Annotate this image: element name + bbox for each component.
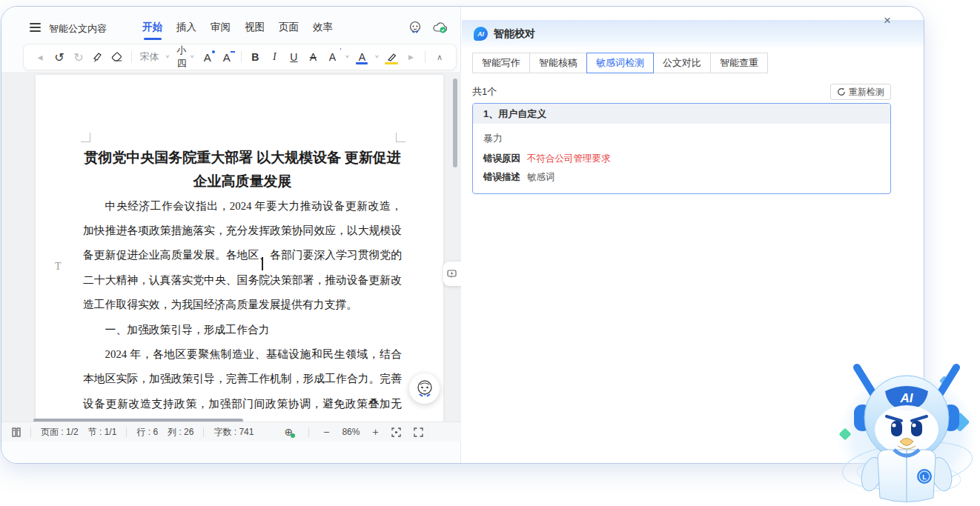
ai-proofread-panel: AI 智能校对 × 智能写作 智能核稿 敏感词检测 公文对比 智能查重 共1个 … <box>462 7 924 463</box>
menu-tab-efficiency[interactable]: 效率 <box>313 21 333 40</box>
tab-smart-dedup[interactable]: 智能查重 <box>710 53 768 73</box>
status-bar: 页面 : 1/2 节 : 1/1 行 : 6 列 : 26 字数 : 741 ⊕… <box>1 422 461 442</box>
status-page[interactable]: 页面 : 1/2 <box>41 426 79 439</box>
margin-text-marker: T <box>55 261 62 273</box>
doc-heading: 贯彻党中央国务院重大部署 以大规模设备 更新促进企业高质量发展 <box>83 146 402 194</box>
zoom-out-button[interactable]: − <box>323 426 329 438</box>
tab-smart-writing[interactable]: 智能写作 <box>472 53 530 73</box>
increase-font-size-button[interactable]: A <box>199 48 216 66</box>
status-line: 行 : 6 <box>136 426 158 439</box>
assistant-mascot-icon[interactable] <box>408 20 423 35</box>
strikethrough-button[interactable]: A <box>304 48 322 66</box>
error-reason-value: 不符合公司管理要求 <box>527 153 611 165</box>
editor-pane: 智能公文内容 开始 插入 审阅 视图 页面 效率 ◂ ↺ ↻ <box>1 7 461 463</box>
refresh-icon <box>837 87 846 96</box>
format-toolbar: ◂ ↺ ↻ 宋体˅ 小四˅ A A B I U A A ˅ <box>23 44 457 70</box>
font-size-select[interactable]: 小四˅ <box>174 48 197 66</box>
spellcheck-globe-icon[interactable]: ⊕ <box>284 426 293 438</box>
fit-page-icon[interactable] <box>391 427 401 437</box>
doc-paragraph: 2024 年，各地区要聚焦制造业、基础设施和民生领域，结合本地区实际，加强政策引… <box>83 342 402 424</box>
panel-title: 智能校对 <box>494 27 535 41</box>
menu-tab-page[interactable]: 页面 <box>279 21 299 40</box>
eraser-icon[interactable] <box>108 48 126 66</box>
assistant-avatar-button[interactable] <box>409 373 440 404</box>
error-desc-value: 敏感词 <box>527 171 555 184</box>
sensitive-term: 暴力 <box>483 132 880 145</box>
font-color-button[interactable]: A <box>353 48 371 66</box>
app-window: 智能公文内容 开始 插入 审阅 视图 页面 效率 ◂ ↺ ↻ <box>1 6 924 464</box>
ribbon-menu: 开始 插入 审阅 视图 页面 效率 <box>142 21 333 40</box>
result-count: 共1个 <box>472 85 497 99</box>
issue-card[interactable]: 1、用户自定义 暴力 错误原因 不符合公司管理要求 错误描述 敏感词 <box>472 103 891 194</box>
status-column: 列 : 26 <box>168 426 193 439</box>
menu-tab-home[interactable]: 开始 <box>142 21 162 40</box>
redo-icon[interactable]: ↻ <box>70 48 87 66</box>
close-icon[interactable]: × <box>884 13 891 28</box>
zoom-level[interactable]: 86% <box>342 427 360 437</box>
document-canvas[interactable]: 贯彻党中央国务院重大部署 以大规模设备 更新促进企业高质量发展 中央经济工作会议… <box>1 72 461 424</box>
comment-handle-button[interactable] <box>443 262 461 286</box>
panel-header: AI 智能校对 <box>462 20 924 47</box>
page-layout-icon[interactable] <box>12 427 21 437</box>
status-word-count[interactable]: 字数 : 741 <box>213 426 254 439</box>
issue-card-header[interactable]: 1、用户自定义 <box>473 104 890 124</box>
vertical-scrollbar[interactable] <box>453 79 457 167</box>
tab-document-compare[interactable]: 公文对比 <box>653 53 711 73</box>
menu-tab-review[interactable]: 审阅 <box>211 21 231 40</box>
fullscreen-icon[interactable] <box>414 427 423 437</box>
underline-button[interactable]: U <box>285 48 302 66</box>
chevron-down-icon: ˅ <box>165 54 169 60</box>
text-effects-dropdown-icon[interactable]: ˅ <box>342 48 351 66</box>
tab-sensitive-word-detection[interactable]: 敏感词检测 <box>586 53 654 73</box>
undo-icon[interactable]: ↺ <box>50 48 68 66</box>
italic-button[interactable]: I <box>265 48 283 66</box>
margin-crop-mark <box>396 133 405 142</box>
toolbar-back-icon[interactable]: ◂ <box>31 48 49 66</box>
toolbar-more-icon[interactable]: ▶ <box>402 48 420 66</box>
font-family-select[interactable]: 宋体˅ <box>137 48 173 66</box>
chevron-down-icon: ˅ <box>191 54 194 60</box>
document-page[interactable]: 贯彻党中央国务院重大部署 以大规模设备 更新促进企业高质量发展 中央经济工作会议… <box>36 75 443 424</box>
text-cursor <box>262 257 263 270</box>
margin-crop-mark <box>81 133 90 142</box>
format-painter-icon[interactable] <box>89 48 107 66</box>
panel-tabs: 智能写作 智能核稿 敏感词检测 公文对比 智能查重 <box>472 53 768 73</box>
mascot-badge-label: L <box>922 473 927 481</box>
text-effects-button[interactable]: A <box>323 48 341 66</box>
highlight-color-button[interactable] <box>383 48 400 66</box>
editor-titlebar: 智能公文内容 开始 插入 审阅 视图 页面 效率 <box>1 17 460 39</box>
hamburger-menu-icon[interactable] <box>30 23 41 32</box>
font-color-dropdown-icon[interactable]: ˅ <box>372 48 381 66</box>
cloud-saved-icon[interactable] <box>433 21 448 34</box>
error-reason-label: 错误原因 <box>483 153 520 165</box>
error-desc-label: 错误描述 <box>483 171 520 184</box>
status-section[interactable]: 节 : 1/1 <box>88 426 117 439</box>
menu-tab-insert[interactable]: 插入 <box>176 21 196 40</box>
doc-paragraph: 中央经济工作会议指出，2024 年要大力推动设备更新改造，加快推进各项政策措施落… <box>83 194 402 318</box>
recheck-button[interactable]: 重新检测 <box>830 84 891 100</box>
bold-button[interactable]: B <box>246 48 264 66</box>
doc-subheading: 一、加强政策引导，形成工作合力 <box>83 318 402 342</box>
ai-logo-icon: AI <box>474 27 488 41</box>
zoom-in-button[interactable]: + <box>372 426 378 438</box>
collapse-toolbar-icon[interactable]: ∧ <box>431 48 448 66</box>
decrease-font-size-button[interactable]: A <box>218 48 236 66</box>
document-title-label: 智能公文内容 <box>49 22 107 36</box>
tab-smart-review[interactable]: 智能核稿 <box>529 53 587 73</box>
menu-tab-view[interactable]: 视图 <box>245 21 265 40</box>
